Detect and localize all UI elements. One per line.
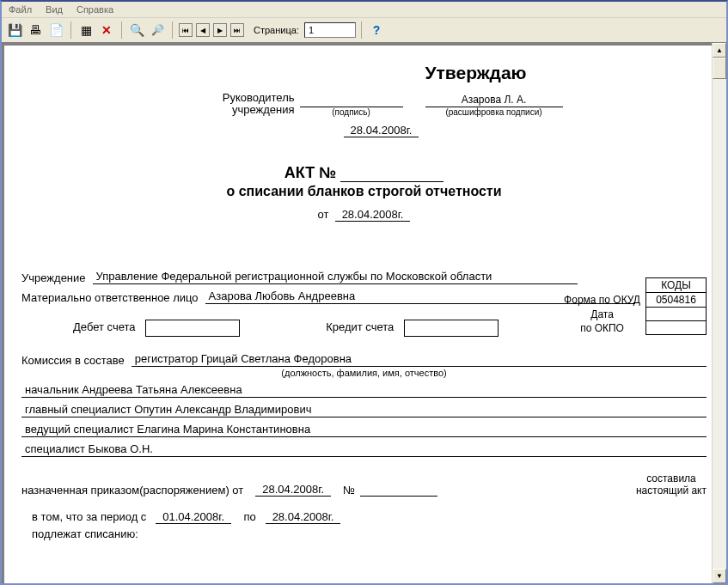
- scroll-up-icon[interactable]: ▲: [713, 43, 726, 58]
- order-num-label: №: [343, 484, 355, 497]
- act-subtitle: о списании бланков строгой отчетности: [21, 184, 707, 199]
- period-from: 01.04.2008г.: [156, 510, 231, 524]
- codes-table: КОДЫ Форма по ОКУД0504816 Дата по ОКПО: [559, 277, 707, 335]
- commission-member-row: начальник Андреева Татьяна Алексеевна: [21, 383, 707, 398]
- period-to-label: по: [244, 510, 256, 523]
- save-icon[interactable]: 💾: [5, 21, 24, 40]
- close-icon[interactable]: ✕: [97, 21, 116, 40]
- order-row: назначенная приказом(распоряжением) от 2…: [21, 472, 707, 497]
- org-value: Управление Федеральной регистрационной с…: [93, 270, 578, 284]
- codes-header: КОДЫ: [646, 278, 707, 293]
- commission-head-row: Комиссия в составе регистратор Грицай Св…: [21, 352, 707, 367]
- commission-member-row: главный специалист Опутин Александр Влад…: [21, 403, 707, 417]
- open-icon[interactable]: 📄: [46, 21, 65, 40]
- content-area: Утверждаю Руководитель учреждения (подпи…: [2, 43, 726, 583]
- print-icon[interactable]: 🖶: [26, 21, 45, 40]
- commission-label: Комиссия в составе: [21, 354, 125, 367]
- next-page-button[interactable]: ▶: [213, 23, 227, 37]
- separator: [361, 21, 362, 39]
- codes-block: КОДЫ Форма по ОКУД0504816 Дата по ОКПО: [559, 277, 707, 335]
- okpo-label: по ОКПО: [559, 321, 645, 335]
- approve-block: Утверждаю Руководитель учреждения (подпи…: [21, 63, 707, 137]
- period-bottom: подлежат списанию:: [32, 527, 707, 540]
- commission-member: начальник Андреева Татьяна Алексеевна: [21, 383, 707, 398]
- approve-title: Утверждаю: [245, 63, 707, 83]
- head-label: Руководитель учреждения: [200, 92, 295, 117]
- scroll-thumb[interactable]: [713, 58, 726, 79]
- order-label: назначенная приказом(распоряжением) от: [21, 484, 243, 497]
- period-label-pre: в том, что за период с: [32, 510, 146, 523]
- toolbar: 💾 🖶 📄 ▦ ✕ 🔍 🔎 ⏮ ◀ ▶ ⏭ Страница: ?: [2, 18, 726, 43]
- credit-input[interactable]: [404, 320, 499, 337]
- commission-member: главный специалист Опутин Александр Влад…: [21, 403, 707, 417]
- page-label: Страница:: [254, 25, 299, 35]
- page-input[interactable]: [304, 22, 356, 38]
- grid-icon[interactable]: ▦: [76, 21, 95, 40]
- commission-member-row: ведущий специалист Елагина Марина Конста…: [21, 423, 707, 437]
- commission-member: специалист Быкова О.Н.: [21, 442, 707, 457]
- okud-label: Форма по ОКУД: [559, 293, 645, 308]
- credit-label: Кредит счета: [326, 320, 394, 333]
- debit-block: Дебет счета: [73, 320, 240, 337]
- menubar: Файл Вид Справка: [2, 2, 726, 18]
- debit-input[interactable]: [145, 320, 240, 337]
- app-window: Файл Вид Справка 💾 🖶 📄 ▦ ✕ 🔍 🔎 ⏮ ◀ ▶ ⏭ С…: [0, 0, 728, 585]
- document-page: Утверждаю Руководитель учреждения (подпи…: [4, 46, 724, 583]
- separator: [172, 21, 173, 39]
- signature-row: Руководитель учреждения (подпись) Азаров…: [56, 92, 707, 117]
- commission-sub: (должность, фамилия, имя, отчество): [21, 368, 707, 378]
- prev-page-button[interactable]: ◀: [196, 23, 210, 37]
- commission-member: ведущий специалист Елагина Марина Конста…: [21, 423, 707, 437]
- first-page-button[interactable]: ⏮: [179, 23, 193, 37]
- date-label: Дата: [559, 308, 645, 321]
- approve-date: 28.04.2008г.: [56, 124, 707, 137]
- okud-value: 0504816: [646, 293, 707, 308]
- scroll-down-icon[interactable]: ▼: [713, 569, 726, 583]
- okpo-value: [646, 321, 707, 335]
- commission-member-row: специалист Быкова О.Н.: [21, 442, 707, 457]
- name-line: Азарова Л. А.: [425, 94, 563, 107]
- mol-label: Материально ответственное лицо: [21, 291, 199, 304]
- act-number-line: [340, 163, 444, 182]
- last-page-button[interactable]: ⏭: [230, 23, 244, 37]
- debit-label: Дебет счета: [73, 320, 136, 333]
- credit-block: Кредит счета: [326, 320, 499, 337]
- name-sub: (расшифровка подписи): [425, 107, 563, 117]
- date-value: [646, 308, 707, 321]
- period-to: 28.04.2008г.: [266, 510, 341, 524]
- separator: [121, 21, 122, 39]
- help-icon[interactable]: ?: [367, 21, 386, 40]
- period-row: в том, что за период с 01.04.2008г. по 2…: [32, 510, 707, 540]
- commission-head: регистратор Грицай Светлана Федоровна: [132, 352, 707, 367]
- org-label: Учреждение: [21, 271, 86, 284]
- menu-view[interactable]: Вид: [42, 3, 66, 15]
- vertical-scrollbar[interactable]: ▲ ▼: [712, 43, 726, 583]
- act-title: АКТ №: [21, 163, 707, 182]
- order-right: составила настоящий акт: [636, 472, 707, 497]
- order-date: 28.04.2008г.: [255, 483, 331, 497]
- menu-help[interactable]: Справка: [73, 3, 117, 15]
- separator: [70, 21, 71, 39]
- order-num-line: [360, 483, 437, 497]
- menu-file[interactable]: Файл: [5, 3, 35, 15]
- signature-sub: (подпись): [300, 107, 403, 117]
- act-date-row: от 28.04.2008г.: [21, 208, 707, 222]
- zoom-in-icon[interactable]: 🔍: [127, 21, 146, 40]
- scroll-track[interactable]: [713, 58, 726, 569]
- signature-line: [300, 94, 403, 107]
- zoom-out-icon[interactable]: 🔎: [148, 21, 167, 40]
